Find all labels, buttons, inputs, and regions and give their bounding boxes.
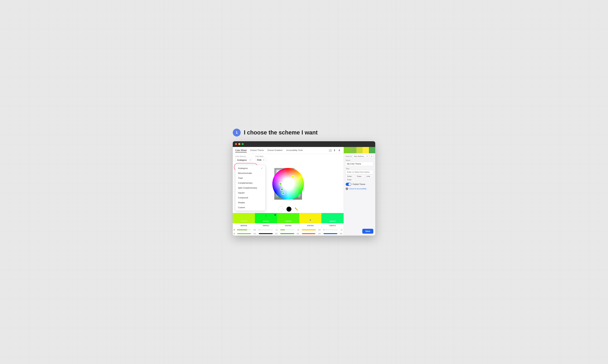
chevron-down-icon: ▼ bbox=[249, 159, 251, 161]
g-channel-cell-0: 250 bbox=[236, 232, 257, 235]
color-dot-3[interactable] bbox=[281, 188, 283, 191]
publish-toggle-row: Publish Theme bbox=[346, 183, 373, 186]
r-channel-cell-1: 10 bbox=[257, 228, 279, 232]
step-header: 1 I choose the scheme I want bbox=[233, 129, 375, 137]
r-channel-row: R182108225010 bbox=[233, 228, 344, 232]
color-swatch-3[interactable]: #FAF00A bbox=[299, 213, 321, 223]
harmony-dropdown[interactable]: Analogous ▼ bbox=[235, 158, 253, 162]
r-channel-cell-2: 82 bbox=[279, 228, 300, 232]
tab-color-wheel[interactable]: Color Wheel bbox=[235, 148, 247, 152]
g-channel-cell-4: 250 bbox=[322, 232, 344, 235]
tabs-bar: Color Wheel Extract Theme Extract Gradie… bbox=[233, 147, 344, 154]
main-panel: Color Wheel Extract Theme Extract Gradie… bbox=[233, 147, 344, 235]
tag-fresh[interactable]: Fresh + bbox=[346, 178, 354, 181]
color-dot-4[interactable] bbox=[282, 192, 284, 195]
palette-color-2 bbox=[356, 147, 363, 153]
name-field-group: Name bbox=[346, 159, 373, 166]
tags-field-group: Tags Green +Grass +Lime +Fresh + bbox=[346, 168, 373, 181]
color-values-row: #B6FA0A#0AFA21#52FA0A#FAF00A#0AFA73 bbox=[233, 223, 344, 228]
dropdown-item-triad[interactable]: Triad bbox=[235, 176, 265, 181]
share-icon[interactable]: ⬆ bbox=[333, 149, 336, 152]
eyedropper-icon[interactable]: ✏️ bbox=[295, 208, 298, 211]
palette-color-3 bbox=[363, 147, 369, 153]
g-channel-cell-2: 250 bbox=[279, 232, 300, 235]
camera-icon[interactable]: ⬜ bbox=[329, 149, 332, 152]
tag-lime[interactable]: Lime + bbox=[365, 175, 373, 178]
black-color-tool[interactable] bbox=[286, 207, 292, 212]
dropdown-item-square[interactable]: Square bbox=[235, 190, 265, 195]
hex-value-3: #FAF00A bbox=[299, 223, 322, 228]
dropdown-item-custom[interactable]: Custom bbox=[235, 205, 265, 210]
accessibility-link[interactable]: Check for Accessibility bbox=[349, 188, 366, 190]
close-button[interactable] bbox=[235, 143, 237, 145]
tab-extract-theme[interactable]: Extract Theme bbox=[250, 148, 264, 152]
tags-label: Tags bbox=[346, 168, 373, 169]
download-icon[interactable]: ⬇ bbox=[338, 149, 341, 152]
app-window: Color Wheel Extract Theme Extract Gradie… bbox=[233, 141, 375, 235]
color-swatch-1[interactable]: ⋮ #0AFA21 bbox=[255, 213, 277, 223]
palette-color-4 bbox=[369, 147, 375, 153]
chevron-down-icon-3: ▼ bbox=[366, 156, 368, 157]
g-channel-cell-1: 250 bbox=[257, 232, 279, 235]
tags-row: Green +Grass +Lime +Fresh + bbox=[346, 175, 373, 181]
dropdown-item-split-complementary[interactable]: Split Complementary bbox=[235, 185, 265, 190]
tag-green[interactable]: Green + bbox=[346, 175, 355, 178]
name-input[interactable] bbox=[346, 162, 373, 166]
tag-grass[interactable]: Grass + bbox=[355, 175, 364, 178]
color-wheel[interactable] bbox=[272, 168, 304, 200]
hex-value-4: #0AFA73 bbox=[322, 223, 344, 228]
right-panel: Save to: Моя библио... ▼ + Name bbox=[344, 147, 375, 235]
color-swatch-2[interactable]: #52FA0A bbox=[277, 213, 299, 223]
save-button[interactable]: Save bbox=[362, 229, 373, 234]
app-body: Color Wheel Extract Theme Extract Gradie… bbox=[233, 147, 375, 235]
color-dot-2[interactable] bbox=[279, 182, 282, 185]
title-bar bbox=[233, 141, 375, 147]
harmony-label: Color Harmony bbox=[235, 156, 253, 157]
dropdown-item-compound[interactable]: Compound bbox=[235, 195, 265, 200]
r-channel-cell-4: 10 bbox=[322, 228, 344, 232]
dropdown-item-analogous[interactable]: Analogous✓ bbox=[235, 166, 265, 171]
save-to-row: Save to: Моя библио... ▼ + bbox=[344, 153, 375, 159]
tab-extract-gradient[interactable]: Extract Gradient bbox=[268, 148, 283, 152]
save-to-dropdown[interactable]: Моя библио... ▼ bbox=[353, 155, 369, 158]
g-channel-cell-3: 240 bbox=[301, 232, 322, 235]
palette-preview bbox=[344, 147, 375, 153]
hex-value-1: #0AFA21 bbox=[255, 223, 277, 228]
add-collection-button[interactable]: + bbox=[370, 155, 373, 158]
save-to-label: Save to: bbox=[346, 155, 352, 157]
color-swatches: #B6FA0A⋮ #0AFA21#52FA0A #FAF00A#0AFA73 bbox=[233, 213, 344, 223]
tabs-actions: ⬜ ⬆ ⬇ bbox=[329, 149, 341, 152]
info-icon: i bbox=[346, 187, 348, 190]
dropdown-item-complementary[interactable]: Complementary bbox=[235, 181, 265, 185]
harmony-dropdown-menu: Analogous✓MonochromaticTriadComplementar… bbox=[235, 165, 265, 211]
fullscreen-button[interactable] bbox=[242, 143, 244, 145]
mode-control: Color Mode RGB ▼ bbox=[255, 156, 266, 162]
minimize-button[interactable] bbox=[238, 143, 240, 145]
step-title: I choose the scheme I want bbox=[244, 129, 318, 136]
step-number: 1 bbox=[233, 129, 241, 137]
dropdown-item-monochromatic[interactable]: Monochromatic bbox=[235, 171, 265, 176]
mode-label: Color Mode bbox=[255, 156, 266, 157]
harmony-control: Color Harmony Analogous ▼ bbox=[235, 156, 253, 162]
tags-input[interactable] bbox=[346, 170, 373, 174]
palette-color-1 bbox=[350, 147, 356, 153]
chevron-down-icon-2: ▼ bbox=[263, 159, 265, 161]
color-dot-1[interactable] bbox=[292, 175, 294, 178]
publish-label: Publish Theme bbox=[353, 183, 365, 185]
accessibility-row: i Check for Accessibility bbox=[346, 187, 373, 190]
dropdown-item-shades[interactable]: Shades bbox=[235, 200, 265, 205]
palette-color-0 bbox=[344, 147, 350, 153]
name-label: Name bbox=[346, 159, 373, 161]
white-color-tool[interactable] bbox=[278, 207, 283, 212]
publish-toggle[interactable] bbox=[346, 183, 351, 186]
r-channel-cell-0: 182 bbox=[236, 228, 257, 232]
hex-value-0: #B6FA0A bbox=[233, 223, 255, 228]
tab-accessibility[interactable]: Accessibility Tools bbox=[286, 148, 303, 152]
controls-row: Color Harmony Analogous ▼ Color Mode RGB… bbox=[233, 154, 344, 163]
color-swatch-0[interactable]: #B6FA0A bbox=[233, 213, 255, 223]
color-swatch-4[interactable]: #0AFA73 bbox=[321, 213, 344, 223]
g-channel-row: G250250250240250 bbox=[233, 232, 344, 235]
r-channel-cell-3: 250 bbox=[300, 228, 322, 232]
mode-dropdown[interactable]: RGB ▼ bbox=[255, 158, 266, 162]
hex-value-2: #52FA0A bbox=[277, 223, 299, 228]
